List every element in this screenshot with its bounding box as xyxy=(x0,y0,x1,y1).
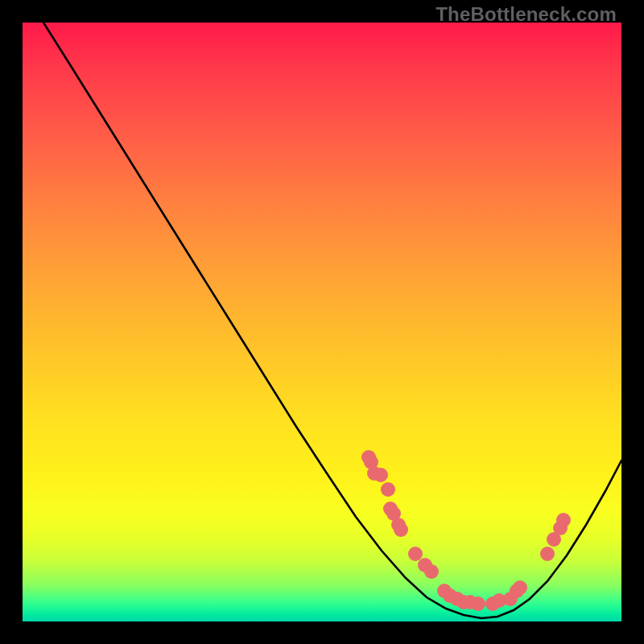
curve-marker xyxy=(394,522,408,537)
bottleneck-curve xyxy=(43,23,621,618)
watermark-text: TheBottleneck.com xyxy=(436,3,617,26)
bottleneck-curve-layer xyxy=(23,23,621,621)
curve-marker xyxy=(540,547,555,561)
curve-marker xyxy=(381,482,395,497)
curve-marker xyxy=(471,597,485,611)
curve-marker xyxy=(513,580,527,595)
curve-marker xyxy=(408,547,423,561)
curve-marker xyxy=(424,564,439,579)
curve-marker xyxy=(556,513,571,527)
plot-area xyxy=(23,23,621,621)
curve-marker xyxy=(374,468,388,482)
chart-frame xyxy=(23,23,621,621)
curve-markers xyxy=(361,450,571,611)
